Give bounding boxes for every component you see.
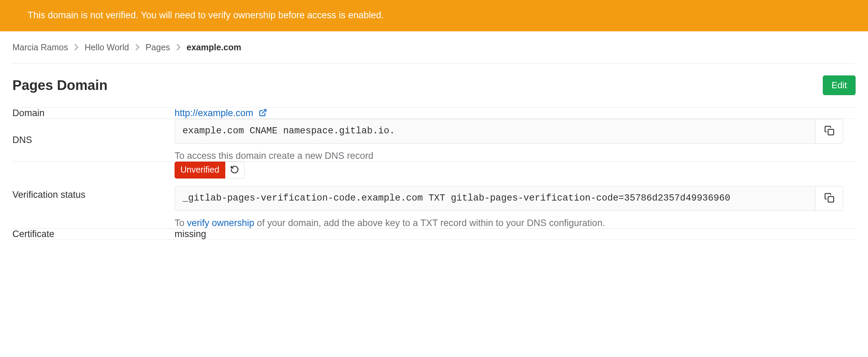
chevron-right-icon xyxy=(176,44,180,51)
alert-banner: This domain is not verified. You will ne… xyxy=(0,0,868,31)
dns-label: DNS xyxy=(12,119,175,161)
verification-hint-before: To xyxy=(175,218,187,228)
edit-button[interactable]: Edit xyxy=(823,75,856,95)
svg-rect-1 xyxy=(828,129,834,135)
details-table: Domain http://example.com DNS xyxy=(12,108,856,240)
breadcrumb-item-project[interactable]: Hello World xyxy=(85,42,129,52)
breadcrumb-item-pages[interactable]: Pages xyxy=(146,42,170,52)
copy-icon xyxy=(824,193,835,204)
page-title: Pages Domain xyxy=(12,78,108,93)
dns-hint: To access this domain create a new DNS r… xyxy=(175,151,856,161)
verification-label: Verification status xyxy=(12,161,175,228)
breadcrumb-item-current: example.com xyxy=(187,42,241,52)
verify-ownership-link[interactable]: verify ownership xyxy=(187,218,254,228)
chevron-right-icon xyxy=(135,44,139,51)
certificate-value: missing xyxy=(175,229,206,239)
chevron-right-icon xyxy=(74,44,78,51)
domain-label: Domain xyxy=(12,108,175,119)
verification-badge-row: Unverified xyxy=(175,162,856,178)
retry-verification-button[interactable] xyxy=(225,162,245,178)
row-certificate: Certificate missing xyxy=(12,228,856,239)
domain-link[interactable]: http://example.com xyxy=(175,108,267,118)
breadcrumb: Marcia Ramos Hello World Pages example.c… xyxy=(12,31,856,64)
copy-dns-button[interactable] xyxy=(816,119,843,144)
svg-line-0 xyxy=(262,110,266,113)
dns-record-group xyxy=(175,119,843,144)
row-dns: DNS To access this domain create a new D… xyxy=(12,119,856,161)
domain-url-text: http://example.com xyxy=(175,108,253,118)
page-header: Pages Domain Edit xyxy=(12,64,856,108)
external-link-icon xyxy=(259,109,267,117)
retry-icon xyxy=(230,165,239,175)
verification-record-group xyxy=(175,186,843,211)
verification-hint-after: of your domain, add the above key to a T… xyxy=(254,218,605,228)
verification-hint: To verify ownership of your domain, add … xyxy=(175,218,856,228)
status-badge-unverified: Unverified xyxy=(175,162,225,178)
verification-record-input[interactable] xyxy=(175,186,816,211)
copy-icon xyxy=(824,125,835,137)
dns-record-input[interactable] xyxy=(175,119,816,144)
svg-rect-2 xyxy=(828,196,834,202)
certificate-label: Certificate xyxy=(12,228,175,239)
alert-text: This domain is not verified. You will ne… xyxy=(28,10,384,20)
row-verification: Verification status Unverified xyxy=(12,161,856,228)
breadcrumb-item-user[interactable]: Marcia Ramos xyxy=(12,42,68,52)
copy-verification-button[interactable] xyxy=(816,186,843,211)
row-domain: Domain http://example.com xyxy=(12,108,856,119)
